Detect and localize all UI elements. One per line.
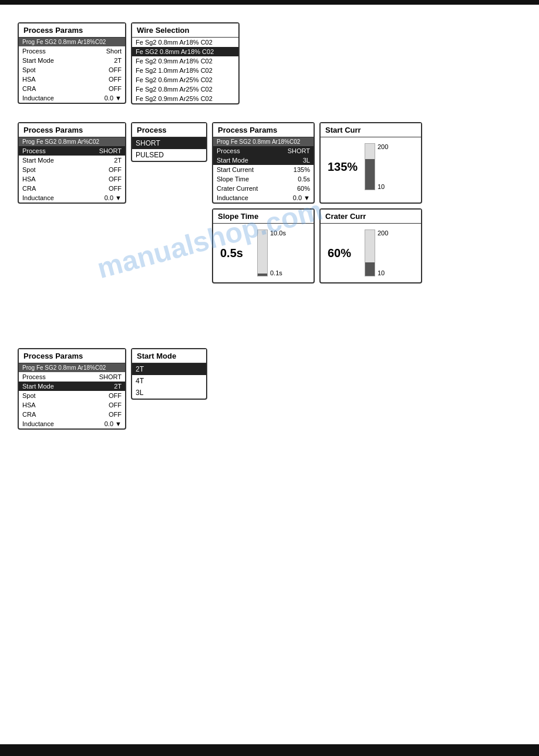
process-params-subtitle-4: Prog Fe SG2 0.8mm Ar18%C02 [19,363,125,372]
process-params-title-2: Process Params [19,123,125,137]
start-mode-item-0[interactable]: 2T [132,363,206,375]
pp4-value-3: OFF [109,401,122,409]
pp1-row-5[interactable]: Inductance 0.0 ▼ [19,93,125,103]
pp1-value-3: OFF [109,76,122,83]
crater-curr-track[interactable] [365,230,375,276]
pp4-row-1[interactable]: Start Mode 2T [19,382,125,391]
pp4-label-1: Start Mode [22,383,109,390]
process-params-subtitle-2: Prog Fe SG2 0.8mm Ar%C02 [19,137,125,146]
start-curr-panel: Start Curr 135% 200 10 [319,122,422,204]
wire-item-4[interactable]: Fe Sg2 0.6mm Ar25% C02 [132,75,238,85]
pp4-row-2[interactable]: Spot OFF [19,391,125,400]
process-params-title-1: Process Params [19,23,125,38]
pp1-label-3: HSA [22,76,104,83]
crater-curr-max: 200 [378,230,388,237]
start-curr-max: 200 [378,143,388,150]
pp3-value-1: 3L [303,157,310,164]
pp3-label-2: Start Current [217,166,289,173]
pp2-row-0[interactable]: Process SHORT [19,146,125,156]
pp2-row-1[interactable]: Start Mode 2T [19,156,125,165]
crater-curr-title: Crater Curr [321,210,421,224]
process-item-0[interactable]: SHORT [132,137,206,149]
pp1-row-0[interactable]: Process Short [19,46,125,56]
pp2-label-5: Inductance [22,194,100,201]
pp1-label-1: Start Mode [22,57,109,64]
process-params-title-3: Process Params [213,123,314,137]
pp3-row-4[interactable]: Crater Current 60% [213,184,314,193]
pp1-row-2[interactable]: Spot OFF [19,65,125,75]
crater-curr-value: 60% [328,247,360,260]
crater-curr-labels: 200 10 [378,230,388,276]
wire-item-6[interactable]: Fe Sg2 0.9mm Ar25% C02 [132,94,238,103]
pp2-label-1: Start Mode [22,157,109,164]
slope-time-min: 0.1s [270,269,286,276]
pp2-value-0: SHORT [99,147,122,154]
pp4-label-2: Spot [22,392,104,399]
pp4-row-3[interactable]: HSA OFF [19,400,125,410]
process-params-subtitle-3: Prog Fe SG2 0.8mm Ar18%C02 [213,137,314,146]
pp1-row-4[interactable]: CRA OFF [19,84,125,93]
pp4-row-4[interactable]: CRA OFF [19,410,125,419]
start-mode-item-1[interactable]: 4T [132,375,206,387]
pp1-value-5: 0.0 ▼ [105,95,122,102]
pp3-label-0: Process [217,147,283,154]
pp3-row-5[interactable]: Inductance 0.0 ▼ [213,193,314,203]
pp2-label-2: Spot [22,166,104,173]
pp4-value-5: 0.0 ▼ [105,420,122,427]
pp4-value-4: OFF [109,411,122,418]
pp3-row-1[interactable]: Start Mode 3L [213,156,314,165]
pp2-row-2[interactable]: Spot OFF [19,165,125,174]
wire-selection-title: Wire Selection [132,23,238,38]
pp3-value-5: 0.0 ▼ [293,194,310,201]
pp3-row-2[interactable]: Start Current 135% [213,165,314,174]
wire-item-5[interactable]: Fe Sg2 0.8mm Ar25% C02 [132,85,238,94]
start-curr-value: 135% [328,160,360,174]
process-params-title-4: Process Params [19,349,125,363]
right-panels-section2: Process Params Prog Fe SG2 0.8mm Ar18%C0… [212,122,422,284]
pp2-row-5[interactable]: Inductance 0.0 ▼ [19,193,125,203]
slope-time-title: Slope Time [213,210,314,224]
start-mode-item-2[interactable]: 3L [132,387,206,399]
crater-curr-min: 10 [378,269,388,276]
pp4-value-0: SHORT [99,373,122,380]
pp1-row-3[interactable]: HSA OFF [19,75,125,84]
pp1-label-2: Spot [22,66,104,73]
pp3-label-1: Start Mode [217,157,298,164]
pp4-label-4: CRA [22,411,104,418]
pp1-value-2: OFF [109,66,122,73]
pp3-row-3[interactable]: Slope Time 0.5s [213,174,314,184]
process-params-subtitle-1: Prog Fe SG2 0.8mm Ar18%C02 [19,38,125,46]
slope-time-fill [258,274,267,276]
pp1-label-5: Inductance [22,95,100,102]
wire-item-0[interactable]: Fe Sg2 0.8mm Ar18% C02 [132,38,238,47]
start-mode-title: Start Mode [132,349,206,363]
pp4-value-1: 2T [114,383,122,390]
pp2-value-4: OFF [109,185,122,192]
pp4-row-5[interactable]: Inductance 0.0 ▼ [19,419,125,428]
start-curr-labels: 200 10 [378,143,388,190]
pp4-label-3: HSA [22,401,104,409]
wire-item-1[interactable]: Fe SG2 0.8mm Ar18% C02 [132,47,238,56]
pp2-row-3[interactable]: HSA OFF [19,174,125,184]
pp2-value-1: 2T [114,157,122,164]
pp2-row-4[interactable]: CRA OFF [19,184,125,193]
slope-time-value: 0.5s [220,247,252,260]
pp3-value-0: SHORT [288,147,310,154]
pp4-row-0[interactable]: Process SHORT [19,372,125,382]
pp1-value-4: OFF [109,85,122,92]
pp2-label-3: HSA [22,176,104,183]
process-item-1[interactable]: PULSED [132,149,206,161]
pp1-label-4: CRA [22,85,104,92]
pp3-row-0[interactable]: Process SHORT [213,146,314,156]
wire-item-2[interactable]: Fe Sg2 0.9mm Ar18% C02 [132,56,238,66]
slope-time-track[interactable] [257,230,268,276]
pp3-label-3: Slope Time [217,176,293,183]
slope-time-panel: Slope Time 0.5s 10.0s 0.1s [212,208,315,284]
start-curr-fill [365,159,375,190]
wire-item-3[interactable]: Fe Sg2 1.0mm Ar18% C02 [132,66,238,75]
section-1: Process Params Prog Fe SG2 0.8mm Ar18%C0… [0,5,539,116]
pp1-row-1[interactable]: Start Mode 2T [19,56,125,65]
pp2-value-3: OFF [109,176,122,183]
bottom-bar [0,744,539,756]
start-curr-track[interactable] [365,143,375,190]
